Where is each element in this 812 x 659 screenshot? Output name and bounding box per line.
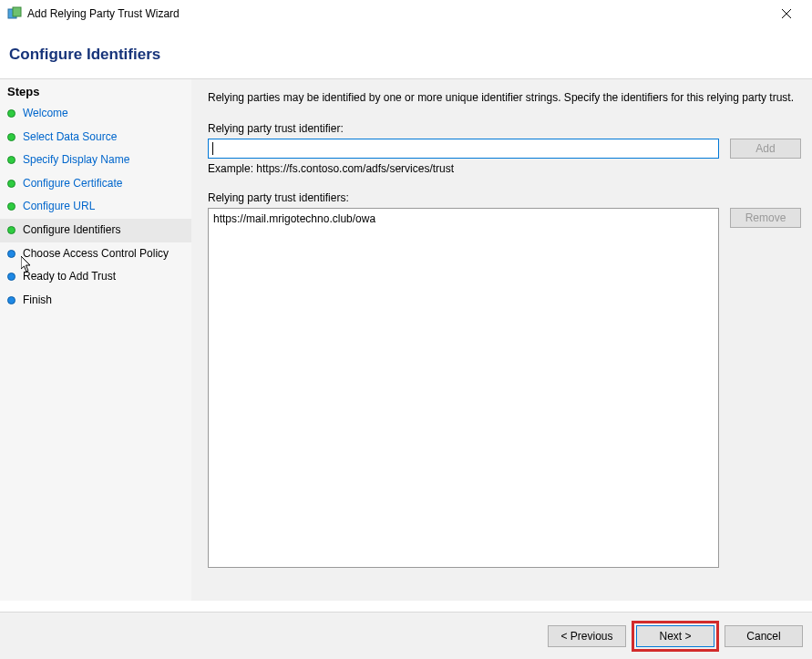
identifier-label: Relying party trust identifier:	[208, 122, 801, 135]
step-choose-access-control-policy[interactable]: Choose Access Control Policy	[0, 242, 191, 266]
bullet-icon	[7, 180, 15, 188]
step-finish[interactable]: Finish	[0, 289, 191, 313]
description-text: Relying parties may be identified by one…	[208, 90, 801, 106]
step-configure-identifiers[interactable]: Configure Identifiers	[0, 219, 191, 242]
previous-button[interactable]: < Previous	[548, 625, 626, 647]
step-label: Configure Identifiers	[23, 223, 120, 238]
identifiers-listbox[interactable]: https://mail.mrigotechno.club/owa	[208, 208, 719, 568]
app-icon	[7, 6, 22, 21]
bullet-icon	[7, 250, 15, 258]
titlebar: Add Relying Party Trust Wizard	[0, 0, 812, 27]
identifiers-label: Relying party trust identifiers:	[208, 191, 801, 204]
step-label: Finish	[23, 293, 52, 308]
step-label: Specify Display Name	[23, 153, 129, 168]
step-label: Configure Certificate	[23, 177, 122, 191]
bullet-icon	[7, 156, 15, 164]
step-label: Configure URL	[23, 200, 95, 214]
main-panel: Relying parties may be identified by one…	[191, 78, 812, 601]
step-label: Ready to Add Trust	[23, 270, 116, 284]
next-highlight-box: Next >	[632, 621, 719, 652]
bullet-icon	[7, 296, 15, 304]
steps-title: Steps	[0, 79, 191, 102]
text-caret	[212, 142, 213, 155]
cancel-button[interactable]: Cancel	[725, 625, 803, 647]
next-button[interactable]: Next >	[636, 625, 714, 647]
step-select-data-source[interactable]: Select Data Source	[0, 126, 191, 149]
add-button[interactable]: Add	[730, 139, 801, 159]
step-ready-to-add-trust[interactable]: Ready to Add Trust	[0, 265, 191, 289]
svg-rect-1	[13, 7, 21, 16]
steps-sidebar: Steps Welcome Select Data Source Specify…	[0, 78, 191, 601]
step-welcome[interactable]: Welcome	[0, 102, 191, 126]
remove-button[interactable]: Remove	[730, 208, 801, 228]
bullet-icon	[7, 109, 15, 118]
step-specify-display-name[interactable]: Specify Display Name	[0, 149, 191, 172]
page-title: Configure Identifiers	[9, 46, 803, 64]
close-button[interactable]	[768, 1, 805, 26]
step-label: Welcome	[23, 107, 68, 121]
page-header: Configure Identifiers	[0, 27, 812, 78]
bullet-icon	[7, 202, 15, 211]
list-item[interactable]: https://mail.mrigotechno.club/owa	[213, 211, 714, 226]
identifier-input[interactable]	[208, 139, 719, 159]
step-label: Select Data Source	[23, 130, 117, 145]
step-configure-certificate[interactable]: Configure Certificate	[0, 172, 191, 196]
window-title: Add Relying Party Trust Wizard	[27, 7, 768, 20]
bullet-icon	[7, 133, 15, 141]
wizard-footer: < Previous Next > Cancel	[0, 612, 812, 659]
example-text: Example: https://fs.contoso.com/adfs/ser…	[208, 162, 801, 175]
bullet-icon	[7, 273, 15, 281]
step-configure-url[interactable]: Configure URL	[0, 195, 191, 219]
bullet-icon	[7, 226, 15, 234]
step-label: Choose Access Control Policy	[23, 247, 169, 262]
